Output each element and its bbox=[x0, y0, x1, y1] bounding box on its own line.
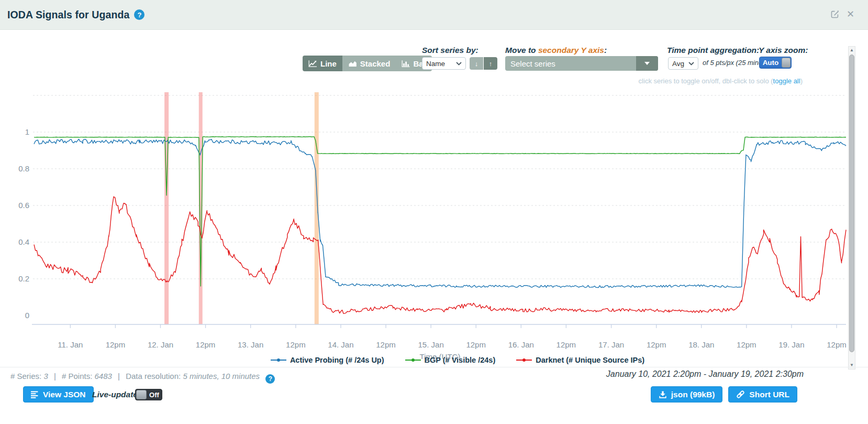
svg-text:12pm: 12pm bbox=[106, 340, 126, 349]
legend-marker bbox=[271, 357, 286, 363]
series-count-label: # Series: bbox=[10, 372, 41, 380]
svg-text:0.6: 0.6 bbox=[18, 201, 29, 210]
svg-text:0.2: 0.2 bbox=[18, 274, 29, 283]
hint-text: click series to toggle on/off, dbl-click… bbox=[639, 77, 773, 85]
svg-text:12pm: 12pm bbox=[557, 340, 576, 349]
legend-label: Active Probing (# /24s Up) bbox=[290, 356, 384, 364]
chart-area: 00.20.40.60.8111. Jan12pm12. Jan12pm13. … bbox=[0, 89, 849, 359]
move-label-suffix: : bbox=[604, 46, 607, 55]
download-json-label: json (99kB) bbox=[671, 390, 715, 399]
series-count-value: 3 bbox=[43, 372, 48, 380]
select-series-placeholder: Select series bbox=[505, 59, 636, 68]
view-json-label: View JSON bbox=[43, 390, 86, 399]
stacked-chart-icon bbox=[348, 60, 357, 68]
svg-text:18. Jan: 18. Jan bbox=[688, 340, 714, 349]
legend-marker bbox=[405, 357, 421, 363]
legend-marker bbox=[516, 357, 532, 363]
select-series-caret bbox=[636, 56, 658, 71]
series-toggle-hint: click series to toggle on/off, dbl-click… bbox=[639, 77, 803, 85]
separator: | bbox=[54, 372, 56, 380]
svg-text:11. Jan: 11. Jan bbox=[58, 340, 83, 349]
link-icon bbox=[736, 390, 745, 399]
svg-text:0.8: 0.8 bbox=[18, 164, 29, 173]
sort-descending-button[interactable]: ↓ bbox=[470, 57, 483, 70]
select-series-dropdown[interactable]: Select series bbox=[505, 56, 658, 71]
aggregation-label: Time point aggregation: bbox=[667, 46, 759, 55]
toggle-all-link[interactable]: toggle all bbox=[773, 77, 800, 85]
y-axis-zoom-toggle[interactable]: Auto bbox=[759, 57, 792, 69]
legend-label: BGP (# Visible /24s) bbox=[425, 356, 496, 364]
move-secondary-axis-label: Move to secondary Y axis: bbox=[505, 46, 607, 55]
svg-text:0.4: 0.4 bbox=[18, 237, 29, 246]
svg-text:15. Jan: 15. Jan bbox=[418, 340, 444, 349]
resolution-help-icon[interactable]: ? bbox=[265, 374, 275, 384]
svg-text:12pm: 12pm bbox=[286, 340, 306, 349]
timeseries-chart[interactable]: 00.20.40.60.8111. Jan12pm12. Jan12pm13. … bbox=[0, 89, 849, 359]
data-resolution-value: 5 minutes, 10 minutes bbox=[183, 372, 260, 380]
chevron-down-icon bbox=[688, 62, 694, 66]
legend-label: Darknet (# Unique Source IPs) bbox=[536, 356, 644, 364]
y-axis-zoom-label: Y axis zoom: bbox=[759, 46, 808, 55]
panel-header: IODA Signals for Uganda ? ✕ bbox=[0, 0, 868, 30]
chart-type-stacked-button[interactable]: Stacked bbox=[342, 56, 396, 71]
chart-type-line-label: Line bbox=[320, 59, 337, 68]
points-count-value: 6483 bbox=[95, 372, 112, 380]
move-label-prefix: Move to bbox=[505, 46, 538, 55]
download-icon bbox=[659, 390, 667, 399]
line-chart-icon bbox=[308, 60, 317, 68]
sort-select[interactable]: Name bbox=[422, 57, 466, 70]
y-axis-scrollbar: ▲ ▼ bbox=[848, 46, 855, 369]
list-icon bbox=[31, 390, 39, 398]
svg-text:1: 1 bbox=[25, 127, 29, 136]
sort-series-label: Sort series by: bbox=[422, 46, 478, 55]
aggregation-select-value: Avg bbox=[672, 60, 684, 68]
short-url-button[interactable]: Short URL bbox=[728, 386, 797, 403]
hint-text-close: ) bbox=[800, 77, 803, 85]
svg-text:16. Jan: 16. Jan bbox=[508, 340, 534, 349]
svg-text:12pm: 12pm bbox=[827, 340, 847, 349]
caret-down-icon bbox=[644, 62, 650, 65]
export-buttons: json (99kB) Short URL bbox=[651, 386, 797, 403]
svg-text:12pm: 12pm bbox=[647, 340, 666, 349]
live-update-toggle[interactable]: Off bbox=[135, 389, 162, 400]
legend-item-3[interactable]: Darknet (# Unique Source IPs) bbox=[516, 356, 644, 364]
separator: | bbox=[118, 372, 120, 380]
view-json-button[interactable]: View JSON bbox=[23, 386, 94, 403]
svg-text:17. Jan: 17. Jan bbox=[598, 340, 624, 349]
scroll-up-arrow[interactable]: ▲ bbox=[849, 47, 855, 54]
close-icon[interactable]: ✕ bbox=[847, 9, 854, 19]
legend-item-2[interactable]: BGP (# Visible /24s) bbox=[405, 356, 496, 364]
points-count-label: # Points: bbox=[62, 372, 92, 380]
edit-icon[interactable] bbox=[830, 9, 840, 19]
short-url-label: Short URL bbox=[749, 390, 789, 399]
svg-text:13. Jan: 13. Jan bbox=[238, 340, 263, 349]
chevron-down-icon bbox=[456, 62, 462, 66]
svg-text:12. Jan: 12. Jan bbox=[148, 340, 173, 349]
toggle-knob bbox=[136, 390, 147, 399]
title-help-icon[interactable]: ? bbox=[134, 9, 144, 20]
toggle-knob bbox=[782, 58, 791, 68]
y-axis-zoom-state: Auto bbox=[760, 59, 782, 67]
bar-chart-icon bbox=[402, 60, 410, 68]
chart-type-stacked-label: Stacked bbox=[360, 59, 391, 68]
svg-text:12pm: 12pm bbox=[196, 340, 216, 349]
chart-legend: Active Probing (# /24s Up)BGP (# Visible… bbox=[47, 356, 868, 364]
sort-ascending-button[interactable]: ↑ bbox=[484, 57, 497, 70]
scrollbar-thumb[interactable] bbox=[849, 55, 854, 352]
window-actions: ✕ bbox=[830, 9, 854, 19]
svg-text:12pm: 12pm bbox=[466, 340, 486, 349]
chart-type-group: Line Stacked Bar bbox=[303, 56, 432, 71]
svg-text:12pm: 12pm bbox=[376, 340, 396, 349]
data-resolution-label: Data resolution: bbox=[126, 372, 181, 380]
move-label-highlight: secondary Y axis bbox=[538, 46, 604, 55]
svg-text:14. Jan: 14. Jan bbox=[328, 340, 353, 349]
live-update-state: Off bbox=[147, 391, 162, 399]
sort-select-value: Name bbox=[426, 60, 445, 68]
date-range: January 10, 2021 2:20pm - January 19, 20… bbox=[606, 369, 804, 379]
chart-type-line-button[interactable]: Line bbox=[303, 56, 342, 71]
legend-item-1[interactable]: Active Probing (# /24s Up) bbox=[271, 356, 384, 364]
ioda-signals-panel: IODA Signals for Uganda ? ✕ Line Stack bbox=[0, 0, 868, 424]
download-json-button[interactable]: json (99kB) bbox=[651, 386, 723, 403]
aggregation-select[interactable]: Avg bbox=[668, 57, 698, 70]
svg-text:0: 0 bbox=[25, 311, 29, 320]
